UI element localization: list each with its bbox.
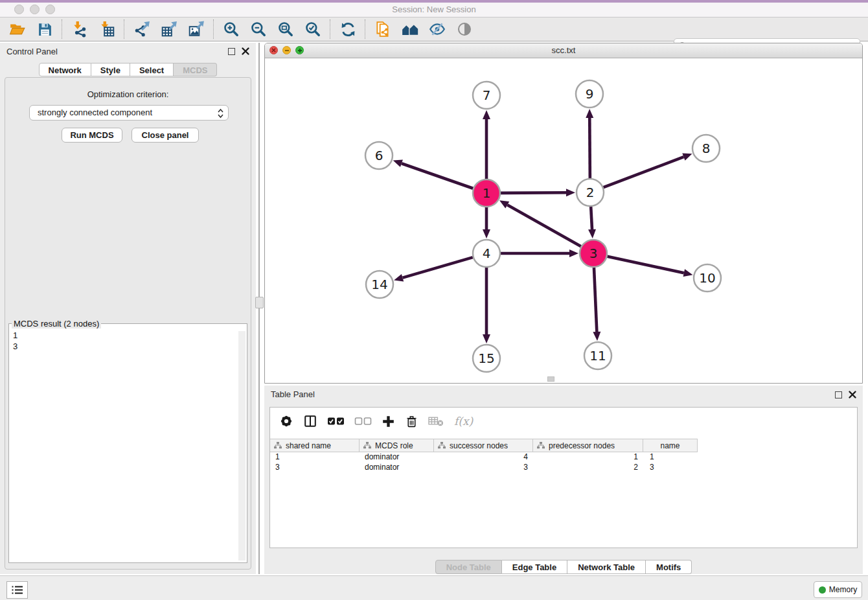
graph-edge[interactable]: [589, 118, 590, 178]
graph-node-9[interactable]: 9: [576, 80, 603, 108]
cell-successor-nodes[interactable]: 3: [434, 462, 533, 472]
task-history-button[interactable]: [6, 581, 28, 599]
graph-edge[interactable]: [608, 257, 684, 273]
tab-mcds[interactable]: MCDS: [174, 63, 217, 76]
graph-edge[interactable]: [591, 207, 592, 229]
cell-mcds-role[interactable]: dominator: [360, 462, 434, 472]
graph-edge[interactable]: [501, 192, 566, 193]
column-label: predecessor nodes: [549, 441, 615, 450]
save-session-button[interactable]: [31, 19, 58, 40]
column-header-mcds-role[interactable]: MCDS role: [360, 439, 434, 452]
graph-node-15[interactable]: 15: [473, 345, 500, 372]
panel-divider[interactable]: [258, 43, 260, 574]
graph-node-6[interactable]: 6: [365, 142, 393, 169]
function-builder-button[interactable]: f(x): [454, 415, 473, 428]
toolbar-separator: [330, 19, 331, 39]
column-header-predecessor-nodes[interactable]: predecessor nodes: [533, 439, 643, 452]
toolbar-separator: [124, 19, 125, 39]
graph-node-11[interactable]: 11: [584, 342, 611, 369]
delete-column-button[interactable]: [405, 415, 418, 428]
graph-node-8[interactable]: 8: [692, 135, 720, 162]
tab-motifs[interactable]: Motifs: [646, 560, 692, 574]
edge-arrowhead: [569, 249, 578, 257]
memory-label: Memory: [829, 585, 857, 594]
graph-node-10[interactable]: 10: [694, 264, 721, 292]
tab-node-table[interactable]: Node Table: [435, 560, 502, 574]
table-row[interactable]: 3 dominator 3 2 3: [270, 462, 698, 472]
cell-shared-name[interactable]: 1: [270, 452, 360, 462]
graph-edge[interactable]: [604, 157, 684, 187]
zoom-out-button[interactable]: [245, 19, 272, 40]
cell-successor-nodes[interactable]: 4: [434, 452, 533, 462]
graph-edge[interactable]: [594, 268, 597, 332]
graph-node-4[interactable]: 4: [473, 240, 500, 267]
control-panel: Control Panel Network Style Select MCDS …: [0, 43, 256, 574]
contrast-eye-icon: [457, 21, 472, 37]
column-header-name[interactable]: name: [643, 439, 698, 452]
import-network-button[interactable]: [66, 19, 93, 40]
column-view-button[interactable]: [303, 414, 317, 428]
import-network-icon: [71, 21, 88, 38]
delete-table-button[interactable]: [428, 415, 444, 427]
export-network-button[interactable]: [128, 19, 155, 40]
node-label: 3: [589, 246, 598, 261]
graph-node-3[interactable]: 3: [580, 240, 607, 267]
cell-shared-name[interactable]: 3: [270, 462, 360, 472]
zoom-fit-button[interactable]: [272, 19, 299, 40]
deselect-all-button[interactable]: [354, 416, 372, 426]
cell-name[interactable]: 3: [643, 462, 698, 472]
cell-mcds-role[interactable]: dominator: [360, 452, 434, 462]
checked-boxes-icon: [327, 416, 345, 426]
graph-node-14[interactable]: 14: [366, 271, 393, 298]
graph-edge[interactable]: [402, 163, 473, 189]
home-button[interactable]: [396, 19, 424, 40]
close-panel-icon[interactable]: [240, 46, 251, 56]
import-table-button[interactable]: [93, 19, 120, 40]
add-column-button[interactable]: [382, 415, 395, 428]
network-canvas[interactable]: 1234678910111415: [265, 58, 862, 384]
run-mcds-button[interactable]: Run MCDS: [62, 128, 122, 143]
zoom-selected-icon: [304, 21, 321, 38]
cell-predecessor-nodes[interactable]: 1: [533, 452, 643, 462]
network-window-titlebar[interactable]: scc.txt: [265, 43, 862, 58]
clone-network-button[interactable]: [369, 19, 396, 40]
zoom-in-button[interactable]: [218, 19, 245, 40]
result-scrollbar[interactable]: [238, 331, 246, 560]
control-panel-header: Control Panel: [0, 43, 256, 60]
hide-panels-button[interactable]: [424, 19, 451, 40]
table-row[interactable]: 1 dominator 4 1 1: [270, 452, 698, 462]
tab-style[interactable]: Style: [91, 63, 130, 76]
close-panel-button[interactable]: Close panel: [131, 128, 199, 143]
table-panel-header: Table Panel: [264, 386, 863, 402]
memory-button[interactable]: Memory: [814, 581, 862, 598]
tab-network-table[interactable]: Network Table: [567, 560, 646, 574]
graph-node-7[interactable]: 7: [473, 82, 500, 109]
zoom-selected-button[interactable]: [299, 19, 326, 40]
graph-node-1[interactable]: 1: [473, 179, 500, 207]
show-view-button[interactable]: [451, 19, 478, 40]
column-header-shared-name[interactable]: shared name: [270, 439, 360, 452]
float-table-panel-icon[interactable]: [835, 391, 842, 398]
tab-edge-table[interactable]: Edge Table: [502, 560, 567, 574]
column-header-successor-nodes[interactable]: successor nodes: [434, 439, 533, 452]
cell-predecessor-nodes[interactable]: 2: [533, 462, 643, 472]
criterion-select[interactable]: strongly connected component: [29, 105, 229, 121]
tab-network[interactable]: Network: [39, 63, 91, 76]
refresh-view-button[interactable]: [334, 19, 361, 40]
canvas-scroll-handle[interactable]: [547, 376, 554, 382]
graph-node-2[interactable]: 2: [577, 179, 604, 206]
close-table-panel-icon[interactable]: [847, 389, 858, 400]
open-session-button[interactable]: [4, 19, 31, 40]
float-panel-icon[interactable]: [228, 48, 235, 55]
graph-edge[interactable]: [403, 257, 473, 278]
cell-name[interactable]: 1: [643, 452, 698, 462]
table-settings-button[interactable]: [279, 414, 293, 428]
node-label: 1: [483, 185, 491, 201]
graph-edge[interactable]: [507, 205, 581, 246]
edge-arrowhead: [586, 109, 593, 118]
splitter-handle[interactable]: [255, 297, 264, 308]
export-image-button[interactable]: [183, 19, 210, 40]
select-all-button[interactable]: [327, 416, 345, 426]
tab-select[interactable]: Select: [130, 63, 174, 76]
export-table-button[interactable]: [155, 19, 183, 40]
